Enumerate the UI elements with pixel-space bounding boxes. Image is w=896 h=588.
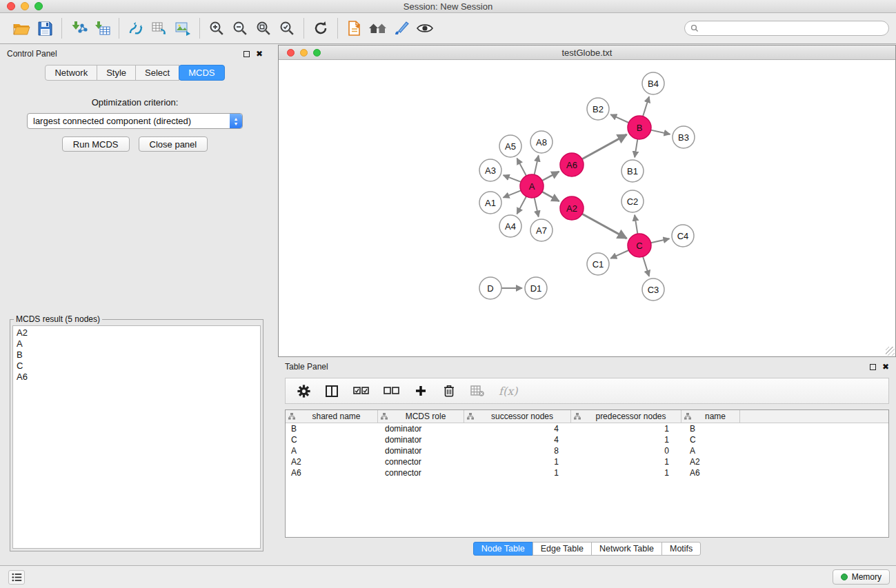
table-tab-motifs[interactable]: Motifs <box>661 542 701 556</box>
mcds-result-item[interactable]: A2 <box>17 327 257 338</box>
mcds-result-item[interactable]: A6 <box>17 372 257 383</box>
table-row[interactable]: A6connector11A6 <box>286 467 888 478</box>
column-header-MCDS-role[interactable]: MCDS role <box>378 410 464 423</box>
import-table-button[interactable] <box>90 17 114 40</box>
new-network-button[interactable] <box>124 17 148 40</box>
float-table-panel-icon[interactable] <box>870 364 876 370</box>
graph-node-A7[interactable]: A7 <box>530 219 552 241</box>
graph-node-A6[interactable]: A6 <box>560 153 584 176</box>
graph-edge-B-B1[interactable] <box>635 139 637 157</box>
graph-node-A1[interactable]: A1 <box>479 192 501 214</box>
column-header-predecessor-nodes[interactable]: predecessor nodes <box>571 410 681 423</box>
graph-node-A8[interactable]: A8 <box>530 131 552 153</box>
control-panel-tab-style[interactable]: Style <box>97 65 136 81</box>
add-column-button[interactable] <box>414 385 428 396</box>
graph-edge-A-A8[interactable] <box>535 156 539 175</box>
refresh-button[interactable] <box>309 17 332 40</box>
graph-node-C2[interactable]: C2 <box>621 190 644 212</box>
table-row[interactable]: Bdominator41B <box>286 423 888 434</box>
control-panel-tab-network[interactable]: Network <box>45 65 97 81</box>
zoom-window-button[interactable] <box>34 2 43 10</box>
graph-edge-A-A4[interactable] <box>517 196 526 214</box>
graph-edge-A2-C[interactable] <box>582 214 627 239</box>
criterion-dropdown[interactable]: largest connected component (directed) ▲… <box>27 113 243 129</box>
graph-node-A2[interactable]: A2 <box>560 196 584 220</box>
memory-button[interactable]: Memory <box>833 569 890 585</box>
save-session-button[interactable] <box>33 17 57 40</box>
export-image-button[interactable] <box>171 17 195 40</box>
deselect-all-button[interactable] <box>384 387 399 395</box>
task-history-button[interactable] <box>8 570 25 585</box>
table-row[interactable]: Adominator80A <box>286 445 888 456</box>
new-network-from-table-button[interactable] <box>148 17 171 40</box>
search-field[interactable] <box>684 21 889 36</box>
table-tab-network-table[interactable]: Network Table <box>591 542 662 556</box>
column-header-shared-name[interactable]: shared name <box>286 410 378 423</box>
graph-edge-A-A1[interactable] <box>504 190 521 197</box>
graph-node-A4[interactable]: A4 <box>499 215 521 237</box>
table-tab-node-table[interactable]: Node Table <box>473 542 533 556</box>
table-settings-button[interactable] <box>297 385 310 398</box>
close-window-button[interactable] <box>7 2 15 10</box>
graph-node-C[interactable]: C <box>628 234 651 257</box>
graph-edge-A-A5[interactable] <box>517 159 526 176</box>
graph-node-B[interactable]: B <box>628 116 651 139</box>
control-panel-tab-mcds[interactable]: MCDS <box>179 65 224 81</box>
mcds-result-item[interactable]: C <box>17 361 257 372</box>
graph-node-C1[interactable]: C1 <box>587 253 609 275</box>
export-document-button[interactable] <box>343 17 366 40</box>
graph-edge-B-B2[interactable] <box>610 114 628 123</box>
graph-edge-A-A2[interactable] <box>542 192 559 201</box>
close-panel-icon[interactable]: ✖ <box>256 50 263 58</box>
graph-node-B2[interactable]: B2 <box>587 98 609 120</box>
import-network-button[interactable] <box>67 17 90 40</box>
graph-node-A5[interactable]: A5 <box>499 135 521 157</box>
graph-edge-C-C3[interactable] <box>643 256 649 276</box>
table-row[interactable]: A2connector11A2 <box>286 456 888 467</box>
home-button[interactable] <box>366 17 390 40</box>
graph-node-D[interactable]: D <box>479 277 501 299</box>
graph-node-C4[interactable]: C4 <box>672 225 694 247</box>
graph-node-B1[interactable]: B1 <box>621 160 644 182</box>
show-columns-button[interactable] <box>325 385 339 397</box>
mcds-result-item[interactable]: B <box>17 349 257 361</box>
zoom-network-window-button[interactable] <box>313 49 321 57</box>
graph-node-B4[interactable]: B4 <box>642 72 664 94</box>
close-table-panel-icon[interactable]: ✖ <box>882 363 889 371</box>
network-canvas[interactable]: B4B2BB3A5A8A6B1A3AC2A1A2A4A7C4CC1C3DD1 <box>279 60 895 356</box>
graph-node-A3[interactable]: A3 <box>479 159 501 181</box>
graph-edge-B-B3[interactable] <box>651 130 670 134</box>
control-panel-tab-select[interactable]: Select <box>135 65 179 81</box>
graph-edge-C-C1[interactable] <box>610 250 628 258</box>
show-hide-button[interactable] <box>413 17 437 40</box>
delete-table-button[interactable] <box>470 385 484 396</box>
graph-edge-C-C4[interactable] <box>651 239 670 243</box>
column-header-name[interactable]: name <box>681 410 740 423</box>
table-row[interactable]: Cdominator41C <box>286 434 888 445</box>
float-panel-icon[interactable] <box>243 51 250 57</box>
zoom-selected-button[interactable] <box>275 17 299 40</box>
resize-handle[interactable] <box>886 347 895 356</box>
minimize-window-button[interactable] <box>21 2 29 10</box>
graph-edge-A6-B[interactable] <box>582 134 627 159</box>
graph-node-B3[interactable]: B3 <box>673 126 695 148</box>
search-input[interactable] <box>702 23 883 33</box>
graph-edge-A-A6[interactable] <box>542 172 559 181</box>
zoom-in-button[interactable] <box>205 17 228 40</box>
column-header-successor-nodes[interactable]: successor nodes <box>464 410 571 423</box>
minimize-network-window-button[interactable] <box>300 49 308 57</box>
graph-edge-C-C2[interactable] <box>635 215 637 234</box>
close-network-window-button[interactable] <box>287 49 295 57</box>
table-tab-edge-table[interactable]: Edge Table <box>532 542 592 556</box>
select-all-button[interactable] <box>353 387 369 395</box>
open-file-button[interactable] <box>10 17 33 40</box>
graph-node-C3[interactable]: C3 <box>642 278 664 301</box>
close-panel-button[interactable]: Close panel <box>139 136 208 152</box>
zoom-fit-button[interactable] <box>252 17 275 40</box>
mcds-result-item[interactable]: A <box>17 338 257 349</box>
graph-edge-B-B4[interactable] <box>643 97 649 116</box>
graph-node-D1[interactable]: D1 <box>525 277 547 299</box>
graph-node-A[interactable]: A <box>520 174 544 198</box>
delete-column-button[interactable] <box>442 385 456 397</box>
graph-edge-A-A3[interactable] <box>504 175 521 182</box>
